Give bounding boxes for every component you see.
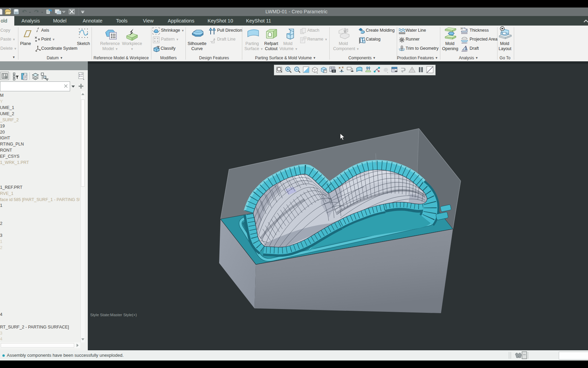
svg-text:30: 30 bbox=[460, 27, 463, 30]
